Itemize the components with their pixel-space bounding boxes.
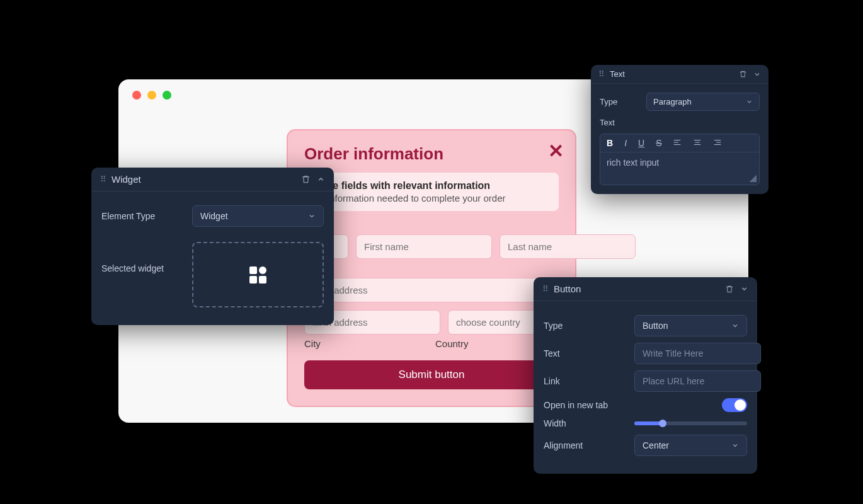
widget-dropzone[interactable]: [192, 242, 324, 307]
chevron-down-icon: [746, 98, 753, 105]
chevron-up-icon[interactable]: [317, 175, 325, 183]
underline-icon[interactable]: U: [638, 138, 644, 148]
align-left-icon[interactable]: [673, 138, 682, 148]
last-name-input[interactable]: [500, 234, 636, 259]
form-info-box: n the fields with relevant information n…: [304, 173, 559, 211]
panel-title: Button: [554, 284, 581, 294]
text-inspector-panel: ⠿ Text Type Paragraph Text B: [591, 65, 769, 194]
panel-title: Widget: [111, 174, 141, 185]
text-type-select[interactable]: Paragraph: [646, 93, 760, 111]
button-type-value: Button: [643, 321, 668, 331]
traffic-lights: [132, 91, 171, 100]
alignment-select[interactable]: Center: [634, 435, 747, 456]
trash-icon[interactable]: [739, 70, 747, 78]
width-label: Width: [544, 418, 626, 428]
address-line1-input[interactable]: [304, 278, 559, 302]
form-info-heading: n the fields with relevant information: [314, 180, 549, 192]
close-icon[interactable]: ✕: [548, 142, 564, 161]
element-type-label: Element Type: [101, 211, 183, 221]
trash-icon[interactable]: [301, 175, 311, 184]
widget-inspector-panel: ⠿ Widget Element Type Widget Selected wi…: [91, 168, 334, 325]
chevron-down-icon: [308, 212, 316, 220]
panel-header[interactable]: ⠿ Button: [534, 277, 757, 301]
first-name-input[interactable]: [356, 234, 492, 259]
newtab-toggle[interactable]: [722, 398, 747, 412]
text-type-value: Paragraph: [653, 97, 692, 106]
strikethrough-icon[interactable]: S: [656, 138, 661, 148]
form-info-subtext: ne information needed to complete your o…: [314, 193, 549, 203]
chevron-down-icon[interactable]: [740, 285, 748, 293]
rich-text-content: rich text input: [607, 158, 659, 168]
align-right-icon[interactable]: [713, 138, 722, 148]
bold-icon[interactable]: B: [607, 138, 613, 148]
window-close-icon[interactable]: [132, 91, 141, 100]
element-type-value: Widget: [200, 211, 228, 221]
element-type-select[interactable]: Widget: [192, 205, 324, 227]
button-text-input[interactable]: [634, 343, 761, 364]
text-content-label: Text: [600, 118, 615, 127]
alignment-value: Center: [643, 440, 669, 450]
drag-handle-icon[interactable]: ⠿: [598, 69, 605, 79]
rich-text-editor[interactable]: B I U S rich text input: [600, 134, 760, 185]
button-link-label: Link: [544, 376, 626, 386]
text-type-label: Type: [600, 97, 637, 106]
button-type-select[interactable]: Button: [634, 315, 747, 336]
form-title: Order information: [304, 144, 559, 164]
button-type-label: Type: [544, 321, 626, 331]
widget-grid-icon: [249, 266, 266, 284]
resize-grip-icon[interactable]: [749, 175, 757, 182]
italic-icon[interactable]: I: [624, 138, 627, 148]
panel-title: Text: [610, 69, 625, 79]
trash-icon[interactable]: [725, 285, 734, 294]
alignment-label: Alignment: [544, 440, 626, 450]
name-field-label: e: [304, 220, 559, 231]
submit-button[interactable]: Submit button: [304, 360, 559, 389]
button-inspector-panel: ⠿ Button Type Button Text: [534, 277, 757, 474]
button-text-label: Text: [544, 348, 626, 358]
align-center-icon[interactable]: [693, 138, 702, 148]
drag-handle-icon[interactable]: ⠿: [100, 175, 106, 184]
newtab-label: Open in new tab: [544, 400, 713, 410]
width-slider[interactable]: [634, 421, 747, 425]
chevron-down-icon: [731, 322, 739, 329]
panel-header[interactable]: ⠿ Text: [591, 65, 769, 84]
chevron-down-icon: [731, 442, 739, 449]
selected-widget-label: Selected widget: [101, 263, 183, 273]
window-maximize-icon[interactable]: [163, 91, 171, 100]
drag-handle-icon[interactable]: ⠿: [542, 284, 549, 294]
city-label: City: [304, 338, 428, 349]
panel-header[interactable]: ⠿ Widget: [91, 168, 334, 192]
window-minimize-icon[interactable]: [147, 91, 156, 100]
chevron-down-icon[interactable]: [753, 71, 761, 78]
rich-text-toolbar: B I U S: [600, 134, 759, 152]
button-link-input[interactable]: [634, 370, 761, 392]
